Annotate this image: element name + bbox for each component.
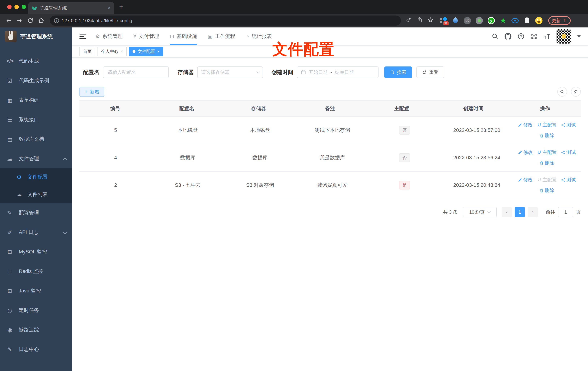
- sidebar-item-系统接口[interactable]: ☰系统接口: [0, 110, 72, 129]
- storage-select[interactable]: 请选择存储器: [197, 66, 263, 78]
- prev-page-button[interactable]: ‹: [502, 207, 512, 217]
- top-nav-统计报表[interactable]: ◔统计报表: [246, 27, 272, 45]
- top-nav-系统管理[interactable]: ⚙系统管理: [95, 27, 123, 45]
- tag-label: 文件配置: [138, 49, 155, 54]
- sidebar-item-定时任务[interactable]: ◷定时任务: [0, 301, 72, 320]
- help-icon[interactable]: [518, 33, 525, 40]
- refresh-table-button[interactable]: [571, 87, 581, 97]
- collapse-sidebar-icon[interactable]: [79, 34, 86, 39]
- delete-link[interactable]: 删除: [539, 187, 554, 194]
- search-icon[interactable]: [492, 33, 498, 40]
- master-config-link[interactable]: 主配置: [537, 149, 556, 156]
- sidebar-item-链路追踪[interactable]: ◉链路追踪: [0, 320, 72, 339]
- sidebar-item-MySQL-监控[interactable]: ⊟MySQL 监控: [0, 242, 72, 262]
- edit-link[interactable]: 修改: [518, 122, 533, 128]
- forward-icon[interactable]: [15, 16, 24, 25]
- show-search-button[interactable]: [557, 87, 567, 97]
- edit-link[interactable]: 修改: [518, 177, 533, 183]
- test-link[interactable]: 测试: [561, 122, 576, 128]
- new-tab-button[interactable]: +: [119, 4, 123, 10]
- sidebar-item-Redis-监控[interactable]: ≣Redis 监控: [0, 262, 72, 281]
- sidebar-item-API-日志[interactable]: ✐API 日志: [0, 223, 72, 242]
- sidebar-item-表单构建[interactable]: ▦表单构建: [0, 90, 72, 110]
- window-controls[interactable]: [7, 5, 26, 9]
- page-size-select[interactable]: 10条/页: [463, 207, 497, 217]
- edit-link[interactable]: 修改: [518, 149, 533, 156]
- pin-grid-extension-icon[interactable]: 11: [440, 17, 447, 24]
- home-icon[interactable]: [37, 16, 45, 25]
- test-link[interactable]: 测试: [561, 177, 576, 183]
- redis-layers-icon: ≣: [7, 268, 13, 275]
- browser-chrome: 芋道管理系统 × + i 127.0.0.1:1024/infra/file/f…: [0, 0, 588, 27]
- puzzle-extension-icon[interactable]: [523, 17, 531, 24]
- star-green-extension-icon[interactable]: [500, 17, 507, 24]
- fullscreen-icon[interactable]: [531, 33, 537, 40]
- sidebar-item-文件配置[interactable]: ⚙文件配置: [0, 168, 72, 186]
- password-key-icon[interactable]: [406, 17, 412, 24]
- add-button[interactable]: + 新增: [79, 87, 104, 97]
- browser-update-button[interactable]: 更新 ⋮: [548, 16, 571, 25]
- letter-y-extension-icon[interactable]: y: [488, 17, 495, 24]
- cell-storage: S3 对象存储: [224, 182, 296, 189]
- reset-button[interactable]: 重置: [416, 66, 444, 78]
- sidebar-item-文件管理[interactable]: ☁文件管理: [0, 149, 72, 168]
- sidebar-logo-row[interactable]: 芋道管理系统: [0, 27, 72, 45]
- config-name-input[interactable]: [103, 66, 169, 78]
- goto-label: 前往: [546, 209, 555, 215]
- close-icon[interactable]: ×: [121, 49, 123, 54]
- top-nav-工作流程[interactable]: ▣工作流程: [208, 27, 235, 45]
- master-config-link[interactable]: 主配置: [537, 122, 556, 128]
- tag-文件配置[interactable]: 文件配置×: [129, 47, 163, 56]
- font-size-icon[interactable]: [544, 33, 550, 40]
- smiley-extension-icon[interactable]: [535, 17, 543, 24]
- form-grid-icon: ▦: [7, 97, 13, 103]
- sidebar-item-代码生成[interactable]: </>代码生成: [0, 51, 72, 71]
- browser-tab[interactable]: 芋道管理系统 ×: [28, 2, 114, 14]
- top-nav-基础设施[interactable]: ⊡基础设施: [170, 27, 197, 45]
- reload-icon[interactable]: [26, 16, 35, 25]
- command-extension-icon[interactable]: ⌘: [464, 17, 471, 24]
- delete-link[interactable]: 删除: [539, 160, 554, 166]
- avatar[interactable]: [556, 29, 571, 43]
- sidebar-item-代码生成示例[interactable]: ☑代码生成示例: [0, 71, 72, 90]
- test-link[interactable]: 测试: [561, 149, 576, 156]
- goto-page-input[interactable]: [558, 207, 573, 217]
- sidebar-item-数据库文档[interactable]: ▤数据库文档: [0, 129, 72, 149]
- sidebar-item-label: 表单构建: [19, 97, 66, 104]
- sidebar-item-日志中心[interactable]: ✎日志中心: [0, 339, 72, 359]
- github-icon[interactable]: [504, 33, 511, 40]
- tag-首页[interactable]: 首页: [79, 47, 95, 56]
- next-page-button[interactable]: ›: [528, 207, 538, 217]
- tag-个人中心[interactable]: 个人中心×: [97, 47, 127, 56]
- url-text[interactable]: 127.0.0.1:1024/infra/file/file-config: [62, 18, 397, 23]
- bookmark-star-icon[interactable]: [428, 17, 433, 24]
- pencil-icon: [518, 178, 522, 182]
- sidebar-item-label: 文件配置: [27, 174, 66, 180]
- close-window-button[interactable]: [7, 5, 11, 9]
- back-icon[interactable]: [4, 16, 13, 25]
- browser-menu-icon[interactable]: ⋮: [563, 18, 567, 23]
- chevron-down-icon[interactable]: [577, 35, 581, 37]
- log-center-icon: ✎: [7, 346, 13, 353]
- sidebar-item-文件列表[interactable]: ☁文件列表: [0, 186, 72, 203]
- date-range-picker[interactable]: 开始日期 - 结束日期: [297, 66, 378, 78]
- eye-blue-extension-icon[interactable]: [511, 17, 519, 24]
- sidebar-item-配置管理[interactable]: ✎配置管理: [0, 203, 72, 223]
- close-tab-icon[interactable]: ×: [108, 5, 111, 11]
- top-nav-支付管理[interactable]: ¥支付管理: [134, 27, 159, 45]
- close-icon[interactable]: ×: [157, 49, 160, 54]
- minimize-window-button[interactable]: [14, 5, 19, 9]
- address-bar[interactable]: i 127.0.0.1:1024/infra/file/file-config: [50, 16, 401, 26]
- current-page[interactable]: 1: [515, 207, 525, 217]
- record-extension-icon[interactable]: [476, 17, 483, 24]
- search-button[interactable]: 搜索: [384, 66, 412, 78]
- edit-square-icon: ✎: [7, 210, 13, 216]
- share-export-icon[interactable]: [417, 17, 423, 24]
- drop-extension-icon[interactable]: [452, 17, 459, 24]
- zoom-window-button[interactable]: [22, 5, 26, 9]
- delete-link[interactable]: 删除: [539, 132, 554, 139]
- rabbit-logo: [5, 31, 17, 42]
- cell-master: 是: [368, 181, 441, 190]
- site-info-icon[interactable]: i: [54, 18, 59, 23]
- sidebar-item-Java-监控[interactable]: ⊡Java 监控: [0, 281, 72, 301]
